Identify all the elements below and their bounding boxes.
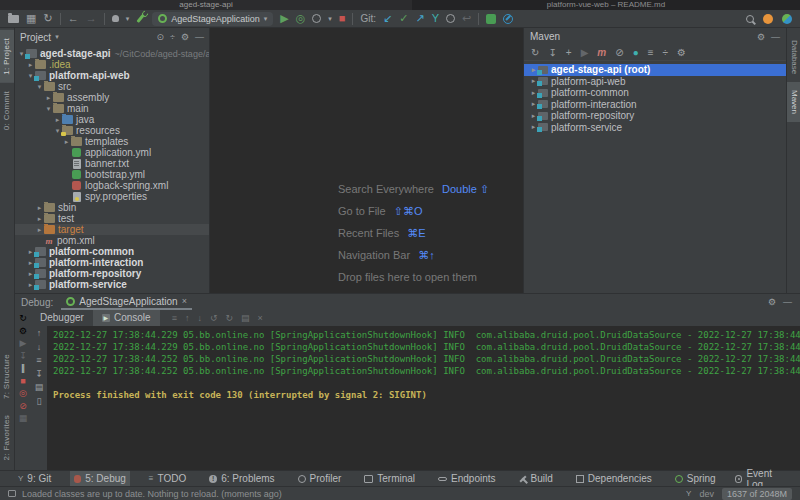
maven-toolbar-icon[interactable]: ↻ (531, 48, 539, 58)
maven-tree-row[interactable]: ▸ aged-stage-api (root) (524, 64, 786, 76)
maven-tree-row[interactable]: ▸ platform-service (524, 122, 786, 134)
hide-panel-icon[interactable]: — (771, 32, 780, 42)
maven-toolbar-icon[interactable]: + (566, 48, 572, 58)
coverage-run-icon[interactable]: ◎ (296, 13, 306, 24)
status-notification-icon[interactable] (8, 490, 16, 497)
plugin-duo-icon[interactable] (782, 14, 792, 24)
project-tree-row[interactable]: spy.properties (15, 191, 209, 202)
console-gutter-icon[interactable]: ▤ (35, 383, 44, 392)
sidebar-tab-favorites[interactable]: 2: Favorites (0, 407, 14, 468)
tree-chevron-icon[interactable]: ▾ (44, 105, 53, 113)
toolwindow-git[interactable]: Y 9: Git (14, 471, 55, 487)
git-rollback-icon[interactable]: ↩ (462, 13, 471, 24)
project-tree-row[interactable]: ▸ platform-repository (15, 268, 209, 279)
tree-chevron-icon[interactable]: ▸ (35, 215, 44, 223)
console-toolbar-icon[interactable]: × (258, 314, 263, 323)
project-panel-title[interactable]: Project (20, 32, 51, 43)
maven-toolbar-icon[interactable]: ● (633, 48, 639, 58)
console-toolbar-icon[interactable]: ↺ (210, 314, 218, 323)
plugin-green-icon[interactable] (486, 14, 496, 24)
debug-session-tab[interactable]: AgedStageApplication × (61, 294, 192, 310)
project-tree-row[interactable]: ▸ platform-service (15, 279, 209, 290)
toolwindow-dependencies[interactable]: Dependencies (572, 471, 656, 487)
sidebar-tab-database[interactable]: Database (787, 32, 800, 82)
debug-action-icon[interactable]: ⊘ (19, 402, 27, 411)
maven-tree-row[interactable]: ▸ platform-api-web (524, 76, 786, 88)
project-tree-row[interactable]: bootstrap.yml (15, 169, 209, 180)
git-merge-icon[interactable]: Y (432, 13, 439, 24)
maven-tree-row[interactable]: ▸ platform-common (524, 87, 786, 99)
profile-icon[interactable] (112, 15, 119, 22)
console-output[interactable]: 2022-12-27 17:38:44.210 05.bb.online.no … (47, 326, 800, 470)
maven-toolbar-icon[interactable]: ⚙ (677, 48, 686, 58)
toolwindow-build[interactable]: Build (515, 471, 557, 487)
sidebar-tab-maven[interactable]: Maven (787, 82, 800, 122)
project-tree-row[interactable]: application.yml (15, 147, 209, 158)
project-view-dropdown-icon[interactable]: ▾ (55, 33, 59, 41)
panel-settings-icon[interactable]: ⚙ (181, 32, 189, 42)
tree-chevron-icon[interactable]: ▸ (26, 61, 35, 69)
debug-action-icon[interactable]: ■ (20, 377, 25, 386)
git-commit-icon[interactable]: ✓ (399, 13, 408, 24)
project-tree-row[interactable]: ▾ resources (15, 125, 209, 136)
save-all-icon[interactable]: ▦ (26, 13, 36, 24)
project-tree-row[interactable]: ▸ test (15, 213, 209, 224)
project-tree-row[interactable]: ▸ target (15, 224, 209, 235)
project-tree-row[interactable]: ▸ platform-interaction (15, 257, 209, 268)
project-tree-row[interactable]: ▾ src (15, 81, 209, 92)
toolwindow-problems[interactable]: ! 6: Problems (205, 471, 278, 487)
maven-toolbar-icon[interactable]: ↧ (548, 48, 556, 58)
toolwindow-terminal[interactable]: Terminal (360, 471, 419, 487)
tree-chevron-icon[interactable]: ▸ (35, 226, 44, 234)
plugin-blue-icon[interactable] (503, 14, 513, 24)
git-branch-name[interactable]: dev (699, 489, 714, 499)
hide-panel-icon[interactable]: — (783, 297, 792, 307)
forward-icon[interactable]: → (86, 13, 97, 24)
console-gutter-icon[interactable]: ▯ (37, 397, 42, 406)
project-tree-row[interactable]: ▸ platform-common (15, 246, 209, 257)
sidebar-tab-project[interactable]: 1: Project (0, 30, 14, 83)
debug-action-icon[interactable]: ◎ (19, 389, 27, 398)
project-tree-row[interactable]: ▸ .idea (15, 59, 209, 70)
stop-button[interactable]: ■ (339, 13, 346, 24)
tab-console[interactable]: ▶ Console (93, 310, 160, 326)
plugin-orange-icon[interactable] (763, 14, 773, 24)
maven-tree-row[interactable]: ▸ platform-repository (524, 110, 786, 122)
project-tree-row[interactable]: ▾ platform-api-web (15, 70, 209, 81)
project-tree-row[interactable]: banner.txt (15, 158, 209, 169)
console-toolbar-icon[interactable]: ↓ (197, 314, 202, 323)
run-configuration-select[interactable]: AgedStageApplication ▾ (152, 12, 273, 26)
search-everywhere-icon[interactable] (746, 15, 754, 23)
profile-dropdown-icon[interactable]: ▾ (126, 15, 130, 23)
tree-chevron-icon[interactable]: ▸ (44, 94, 53, 102)
console-toolbar-icon[interactable]: ↑ (185, 314, 190, 323)
maven-toolbar-icon[interactable]: ▶ (581, 48, 589, 58)
close-icon[interactable]: × (182, 296, 187, 306)
debug-action-icon[interactable]: ∥ (21, 364, 26, 373)
console-toolbar-icon[interactable]: ≡ (172, 314, 177, 323)
panel-settings-icon[interactable]: ⚙ (768, 297, 776, 307)
project-tree-row[interactable]: ▸ java (15, 114, 209, 125)
toolwindow-spring[interactable]: Spring (671, 471, 720, 487)
run-button[interactable]: ▶ (280, 13, 288, 24)
project-tree-row[interactable]: logback-spring.xml (15, 180, 209, 191)
project-tree-row[interactable]: ▸ sbin (15, 202, 209, 213)
project-tree-row[interactable]: ▸ assembly (15, 92, 209, 103)
debug-action-icon[interactable]: ▦ (19, 414, 28, 423)
console-toolbar-icon[interactable]: ↻ (225, 314, 233, 323)
toolwindow-todo[interactable]: ≡ TODO (145, 471, 190, 487)
project-tree-row[interactable]: ▾ aged-stage-api ~/GitCode/aged-stage/ag… (15, 48, 209, 59)
back-icon[interactable]: ← (68, 13, 79, 24)
tree-chevron-icon[interactable]: ▾ (35, 83, 44, 91)
debug-action-icon[interactable]: ⚙ (19, 327, 27, 336)
memory-indicator[interactable]: 1637 of 2048M (722, 488, 792, 500)
console-gutter-icon[interactable]: ≡ (36, 356, 41, 365)
profiler-run-icon[interactable] (312, 14, 321, 23)
maven-toolbar-icon[interactable]: ⊘ (615, 48, 623, 58)
maven-toolbar-icon[interactable]: ÷ (663, 48, 669, 58)
project-tree-row[interactable]: ▾ main (15, 103, 209, 114)
console-toolbar-icon[interactable]: ▤ (241, 314, 250, 323)
tree-chevron-icon[interactable]: ▸ (62, 138, 71, 146)
sidebar-tab-structure[interactable]: 7: Structure (0, 346, 14, 407)
maven-toolbar-icon[interactable]: m (597, 48, 606, 58)
